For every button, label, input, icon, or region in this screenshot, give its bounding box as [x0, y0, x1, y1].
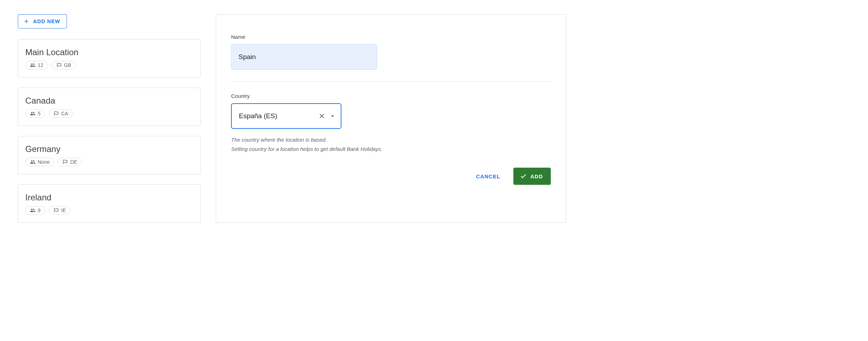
- divider: [231, 81, 551, 82]
- country-label: Country: [231, 93, 551, 99]
- location-title: Main Location: [25, 47, 193, 57]
- country-code: CA: [61, 111, 68, 116]
- people-count: 9: [38, 208, 41, 213]
- check-icon: [520, 173, 527, 180]
- people-icon: [30, 208, 36, 213]
- name-field-group: Name: [231, 34, 551, 70]
- people-icon: [30, 111, 36, 116]
- people-chip: None: [25, 158, 54, 166]
- add-button[interactable]: ADD: [513, 168, 551, 185]
- country-code: GB: [64, 62, 71, 68]
- form-actions: CANCEL ADD: [231, 168, 551, 185]
- country-helper-text: The country where the location is based.…: [231, 135, 551, 153]
- cancel-button[interactable]: CANCEL: [473, 169, 503, 184]
- left-column: ADD NEW Main Location 12 GB Canada: [18, 14, 201, 223]
- people-icon: [30, 159, 36, 165]
- location-form-panel: Name Country España (ES) The country whe…: [216, 14, 566, 223]
- country-chip: CA: [49, 109, 73, 118]
- people-count: 5: [38, 111, 41, 116]
- name-label: Name: [231, 34, 551, 40]
- location-chip-row: None DE: [25, 158, 193, 166]
- location-chip-row: 12 GB: [25, 61, 193, 69]
- name-input[interactable]: [231, 44, 377, 70]
- add-label: ADD: [530, 173, 543, 179]
- country-select[interactable]: España (ES): [231, 103, 341, 129]
- location-card[interactable]: Main Location 12 GB: [18, 39, 201, 78]
- country-chip: IE: [49, 206, 70, 215]
- location-card[interactable]: Germany None DE: [18, 136, 201, 174]
- location-chip-row: 5 CA: [25, 109, 193, 118]
- people-count: None: [38, 159, 49, 165]
- country-chip: GB: [52, 61, 76, 69]
- location-title: Canada: [25, 96, 193, 106]
- location-card[interactable]: Ireland 9 IE: [18, 184, 201, 223]
- location-title: Germany: [25, 144, 193, 154]
- flag-icon: [53, 111, 59, 116]
- location-list: Main Location 12 GB Canada: [18, 39, 201, 223]
- people-chip: 9: [25, 206, 45, 215]
- chevron-down-icon[interactable]: [329, 112, 336, 120]
- people-chip: 12: [25, 61, 48, 69]
- helper-line: Setting country for a location helps to …: [231, 145, 551, 154]
- cancel-label: CANCEL: [476, 173, 501, 179]
- add-new-label: ADD NEW: [33, 19, 60, 24]
- people-count: 12: [38, 62, 43, 68]
- location-title: Ireland: [25, 193, 193, 203]
- plus-icon: [23, 18, 30, 25]
- location-card[interactable]: Canada 5 CA: [18, 88, 201, 126]
- clear-icon[interactable]: [318, 112, 326, 120]
- add-new-button[interactable]: ADD NEW: [18, 14, 67, 28]
- country-chip: DE: [58, 158, 82, 166]
- people-chip: 5: [25, 109, 45, 118]
- flag-icon: [53, 208, 59, 213]
- flag-icon: [56, 62, 62, 68]
- flag-icon: [62, 159, 68, 165]
- country-field-group: Country España (ES) The country where th…: [231, 93, 551, 153]
- country-value: España (ES): [239, 112, 315, 120]
- country-code: DE: [70, 159, 77, 165]
- helper-line: The country where the location is based.: [231, 135, 551, 145]
- location-chip-row: 9 IE: [25, 206, 193, 215]
- people-icon: [30, 62, 36, 68]
- country-code: IE: [61, 208, 66, 213]
